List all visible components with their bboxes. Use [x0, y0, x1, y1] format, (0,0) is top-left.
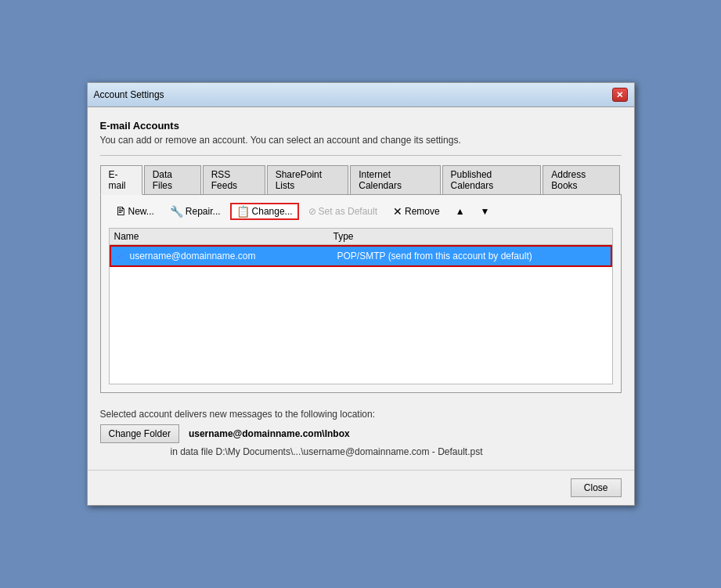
new-label: New... [128, 206, 154, 217]
deliver-account: username@domainname.com [189, 428, 322, 439]
down-arrow-icon: ▼ [481, 206, 490, 217]
tab-data-files[interactable]: Data Files [144, 165, 201, 194]
close-title-button[interactable]: ✕ [612, 88, 628, 102]
account-type: POP/SMTP (send from this account by defa… [337, 251, 606, 262]
column-type-header: Type [333, 231, 607, 242]
accounts-table: Name Type ✔ username@domainname.com POP/… [109, 228, 613, 384]
remove-button[interactable]: ✕ Remove [387, 204, 446, 219]
tab-email[interactable]: E-mail [100, 165, 142, 195]
change-button[interactable]: 📋 Change... [230, 203, 299, 220]
set-default-button: ⊘ Set as Default [302, 204, 384, 218]
tab-address-books[interactable]: Address Books [543, 165, 619, 194]
repair-icon: 🔧 [170, 205, 183, 218]
change-label: Change... [252, 206, 293, 217]
set-default-icon: ⊘ [308, 206, 316, 217]
deliver-path: username@domainname.com\Inbox [189, 428, 350, 439]
repair-button[interactable]: 🔧 Repair... [164, 204, 227, 219]
tab-published-calendars[interactable]: Published Calendars [442, 165, 542, 194]
title-bar: Account Settings ✕ [88, 83, 634, 107]
toolbar: 🖹 New... 🔧 Repair... 📋 Change... ⊘ Set a… [109, 203, 613, 220]
up-arrow-icon: ▲ [456, 206, 465, 217]
dialog-title: Account Settings [94, 89, 164, 100]
table-row[interactable]: ✔ username@domainname.com POP/SMTP (send… [110, 245, 612, 267]
set-default-label: Set as Default [319, 206, 377, 217]
table-header: Name Type [110, 229, 612, 245]
move-up-button[interactable]: ▲ [449, 204, 471, 218]
tab-internet-calendars[interactable]: Internet Calendars [350, 165, 440, 194]
deliver-label: Selected account delivers new messages t… [100, 409, 622, 420]
move-down-button[interactable]: ▼ [474, 204, 496, 218]
account-name: username@domainname.com [130, 251, 337, 262]
remove-label: Remove [405, 206, 440, 217]
dialog-body: E-mail Accounts You can add or remove an… [88, 107, 634, 470]
header-separator [100, 155, 622, 156]
tab-sharepoint-lists[interactable]: SharePoint Lists [267, 165, 349, 194]
table-body: ✔ username@domainname.com POP/SMTP (send… [110, 245, 612, 370]
section-description: You can add or remove an account. You ca… [100, 135, 622, 146]
deliver-folder: \Inbox [322, 428, 349, 439]
data-file-path: in data file D:\My Documents\...\usernam… [171, 446, 622, 457]
new-button[interactable]: 🖹 New... [109, 204, 160, 219]
new-icon: 🖹 [115, 205, 126, 218]
section-title: E-mail Accounts [100, 120, 622, 132]
account-check-icon: ✔ [116, 250, 125, 262]
dialog-footer: Close [88, 470, 634, 505]
tab-content: 🖹 New... 🔧 Repair... 📋 Change... ⊘ Set a… [100, 195, 622, 393]
account-settings-dialog: Account Settings ✕ E-mail Accounts You c… [87, 82, 635, 506]
change-icon: 📋 [236, 205, 250, 218]
tab-bar: E-mail Data Files RSS Feeds SharePoint L… [100, 165, 622, 195]
deliver-row: Change Folder username@domainname.com\In… [100, 424, 622, 443]
tab-rss-feeds[interactable]: RSS Feeds [203, 165, 265, 194]
delivery-section: Selected account delivers new messages t… [100, 402, 622, 457]
close-button[interactable]: Close [571, 478, 622, 497]
column-name-header: Name [114, 231, 333, 242]
change-folder-button[interactable]: Change Folder [100, 424, 179, 443]
remove-icon: ✕ [393, 205, 402, 218]
repair-label: Repair... [186, 206, 221, 217]
